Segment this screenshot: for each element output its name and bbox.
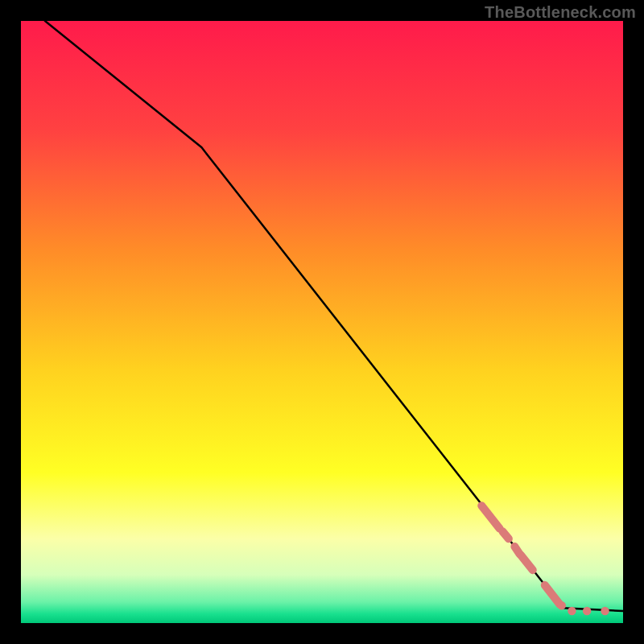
bottleneck-chart — [21, 21, 623, 623]
chart-stage: TheBottleneck.com — [0, 0, 644, 644]
highlight-segment — [502, 531, 508, 539]
highlight-dot — [601, 607, 609, 615]
gradient-background — [21, 21, 623, 623]
highlight-dot — [568, 607, 576, 615]
watermark-text: TheBottleneck.com — [485, 3, 636, 22]
highlight-dot — [557, 601, 565, 609]
highlight-dot — [583, 607, 591, 615]
